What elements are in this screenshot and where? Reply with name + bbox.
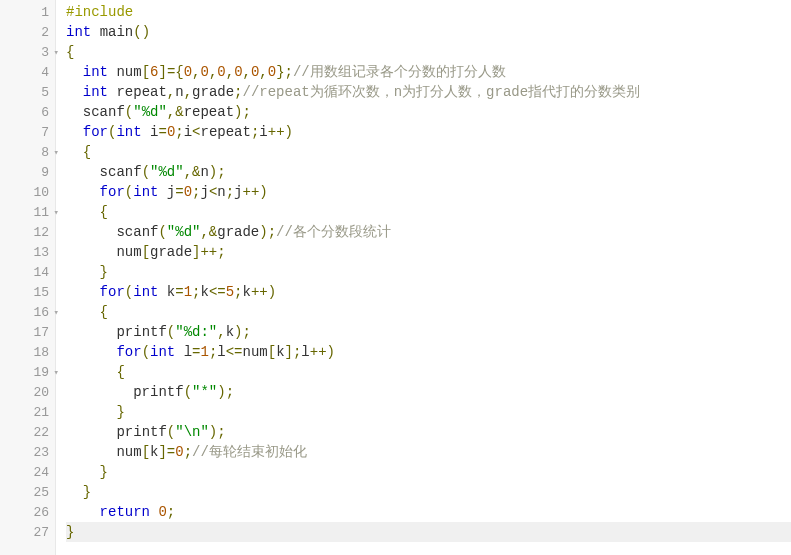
line-number: 22 [33,425,49,440]
fold-icon[interactable]: ▾ [54,207,59,218]
gutter-row: 17 [0,322,55,342]
code-line[interactable]: { [66,42,791,62]
line-number: 15 [33,285,49,300]
code-line[interactable]: { [66,202,791,222]
code-line[interactable]: int repeat,n,grade;//repeat为循环次数，n为打分人数，… [66,82,791,102]
line-number: 20 [33,385,49,400]
gutter-row: 20 [0,382,55,402]
code-line[interactable]: for(int l=1;l<=num[k];l++) [66,342,791,362]
gutter-row: 7 [0,122,55,142]
line-number: 16 [33,305,49,320]
line-number: 8 [41,145,49,160]
code-line[interactable]: num[grade]++; [66,242,791,262]
code-line[interactable]: scanf("%d",&repeat); [66,102,791,122]
gutter-row: 22 [0,422,55,442]
code-line[interactable]: } [66,482,791,502]
code-line[interactable]: { [66,302,791,322]
gutter-row: 25 [0,482,55,502]
gutter-row: 27 [0,522,55,542]
code-line[interactable]: printf("%d:",k); [66,322,791,342]
gutter-row: 18 [0,342,55,362]
gutter-row: 14 [0,262,55,282]
gutter-row: 3▾ [0,42,55,62]
line-number: 26 [33,505,49,520]
line-number: 7 [41,125,49,140]
line-number: 13 [33,245,49,260]
code-line[interactable]: for(int k=1;k<=5;k++) [66,282,791,302]
gutter-row: 5 [0,82,55,102]
line-number: 3 [41,45,49,60]
gutter-row: 13 [0,242,55,262]
gutter-row: 26 [0,502,55,522]
code-line[interactable]: int num[6]={0,0,0,0,0,0};//用数组记录各个分数的打分人… [66,62,791,82]
line-number: 19 [33,365,49,380]
gutter-row: 8▾ [0,142,55,162]
code-line[interactable]: #include [66,2,791,22]
line-number: 10 [33,185,49,200]
line-number: 17 [33,325,49,340]
line-number: 27 [33,525,49,540]
line-number: 12 [33,225,49,240]
line-number: 9 [41,165,49,180]
code-line[interactable]: num[k]=0;//每轮结束初始化 [66,442,791,462]
code-line[interactable]: } [66,522,791,542]
code-line[interactable]: scanf("%d",&n); [66,162,791,182]
fold-icon[interactable]: ▾ [54,367,59,378]
line-number: 4 [41,65,49,80]
line-number: 1 [41,5,49,20]
gutter-row: 19▾ [0,362,55,382]
fold-icon[interactable]: ▾ [54,307,59,318]
gutter-row: 23 [0,442,55,462]
line-number: 6 [41,105,49,120]
line-number: 24 [33,465,49,480]
code-line[interactable]: } [66,462,791,482]
gutter-row: 4 [0,62,55,82]
line-number: 2 [41,25,49,40]
code-line[interactable]: } [66,402,791,422]
gutter-row: 9 [0,162,55,182]
gutter-row: 21 [0,402,55,422]
gutter-row: 11▾ [0,202,55,222]
code-line[interactable]: return 0; [66,502,791,522]
code-line[interactable]: printf("\n"); [66,422,791,442]
line-number: 25 [33,485,49,500]
gutter-row: 2 [0,22,55,42]
code-line[interactable]: } [66,262,791,282]
gutter-row: 16▾ [0,302,55,322]
gutter-row: 15 [0,282,55,302]
code-line[interactable]: int main() [66,22,791,42]
code-line[interactable]: for(int i=0;i<repeat;i++) [66,122,791,142]
line-number: 23 [33,445,49,460]
gutter-row: 1 [0,2,55,22]
code-area[interactable]: #includeint main(){ int num[6]={0,0,0,0,… [56,0,791,555]
gutter-row: 24 [0,462,55,482]
gutter-row: 12 [0,222,55,242]
line-number-gutter: 123▾45678▾91011▾1213141516▾171819▾202122… [0,0,56,555]
line-number: 5 [41,85,49,100]
code-line[interactable]: { [66,142,791,162]
line-number: 14 [33,265,49,280]
fold-icon[interactable]: ▾ [54,147,59,158]
line-number: 11 [33,205,49,220]
line-number: 21 [33,405,49,420]
gutter-row: 6 [0,102,55,122]
fold-icon[interactable]: ▾ [54,47,59,58]
code-line[interactable]: { [66,362,791,382]
code-line[interactable]: for(int j=0;j<n;j++) [66,182,791,202]
gutter-row: 10 [0,182,55,202]
line-number: 18 [33,345,49,360]
code-line[interactable]: printf("*"); [66,382,791,402]
code-line[interactable]: scanf("%d",&grade);//各个分数段统计 [66,222,791,242]
